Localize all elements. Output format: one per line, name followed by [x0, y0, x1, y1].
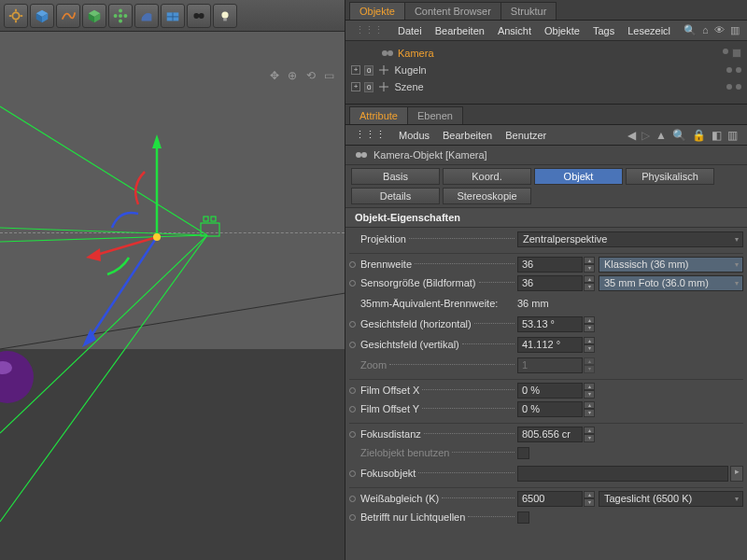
eye-icon[interactable]: 👁 — [714, 24, 725, 36]
fokusobjekt-input[interactable] — [517, 466, 728, 482]
spinner[interactable]: ▴▾ — [584, 257, 595, 273]
tool-spline[interactable] — [56, 4, 80, 28]
tool-light[interactable] — [213, 4, 237, 28]
spinner[interactable]: ▴▾ — [584, 401, 595, 417]
null-icon — [377, 82, 390, 91]
offset-x-input[interactable]: 0 % — [517, 383, 583, 399]
lichtquellen-checkbox[interactable] — [517, 511, 529, 524]
tool-cube[interactable] — [30, 4, 54, 28]
menu-ansicht[interactable]: Ansicht — [498, 25, 531, 36]
row-fov-h: Gesichtsfeld (horizontal) 53.13 ° ▴▾ — [349, 315, 743, 333]
tag-icon[interactable] — [732, 49, 741, 58]
tool-gear[interactable] — [4, 4, 28, 28]
search-icon[interactable]: 🔍 — [684, 24, 697, 36]
svg-rect-32 — [204, 217, 208, 221]
tree-item-kugeln[interactable]: + 0 Kugeln — [351, 62, 741, 78]
tab-content-browser[interactable]: Content Browser — [404, 2, 501, 20]
row-brennweite: Brennweite 36 ▴▾ Klassisch (36 mm)▾ — [349, 253, 743, 272]
tab-struktur[interactable]: Struktur — [500, 2, 557, 20]
fokus-input[interactable]: 805.656 cr — [517, 427, 583, 442]
svg-point-21 — [221, 11, 228, 18]
spinner[interactable]: ▴▾ — [584, 383, 595, 399]
menu-tags[interactable]: Tags — [593, 25, 614, 36]
brennweite-input[interactable]: 36 — [517, 257, 583, 273]
nav-back-icon[interactable]: ◀ — [627, 129, 636, 142]
tab-ebenen[interactable]: Ebenen — [407, 106, 463, 124]
spinner[interactable]: ▴▾ — [584, 427, 595, 442]
tree-item-kamera[interactable]: Kamera — [351, 45, 741, 62]
weiss-input[interactable]: 6500 — [517, 491, 583, 507]
svg-line-26 — [0, 228, 207, 235]
row-zoom: Zoom 1 ▴▾ — [349, 356, 743, 374]
viewport-gizmos — [0, 32, 345, 560]
tool-deformer[interactable] — [134, 4, 159, 28]
tab-attribute[interactable]: Attribute — [349, 106, 408, 124]
tree-item-szene[interactable]: + 0 Szene — [351, 78, 741, 95]
sensor-input[interactable]: 36 — [517, 275, 583, 291]
menu-lesezeichen[interactable]: Lesezeicl — [627, 25, 670, 36]
sensor-dropdown[interactable]: 35 mm Foto (36.0 mm)▾ — [599, 275, 743, 291]
menu-modus[interactable]: Modus — [399, 130, 430, 141]
lock-icon[interactable]: 🔒 — [692, 129, 706, 142]
object-tree[interactable]: Kamera + 0 Kugeln + 0 Szene — [345, 41, 747, 105]
menu-objekte[interactable]: Objekte — [544, 25, 580, 36]
svg-point-42 — [388, 50, 393, 56]
viewport[interactable]: ✥ ⊕ ⟲ ▭ — [0, 32, 345, 560]
svg-point-15 — [123, 14, 127, 18]
grip-icon[interactable]: ⋮⋮⋮ — [355, 24, 383, 36]
svg-line-28 — [0, 106, 207, 235]
zielobjekt-checkbox[interactable] — [517, 447, 529, 459]
tool-camera[interactable] — [187, 4, 211, 28]
offset-y-input[interactable]: 0 % — [517, 401, 583, 417]
ptab-physikalisch[interactable]: Physikalisch — [626, 168, 714, 185]
search-icon[interactable]: 🔍 — [672, 129, 686, 142]
tool-generator[interactable] — [108, 4, 133, 28]
svg-point-40 — [153, 233, 161, 241]
ptab-koord[interactable]: Koord. — [443, 168, 531, 185]
nav-fwd-icon[interactable]: ▷ — [641, 129, 650, 142]
picker-icon[interactable]: ▸ — [730, 466, 743, 482]
weiss-dropdown[interactable]: Tageslicht (6500 K)▾ — [599, 491, 743, 507]
svg-point-12 — [119, 8, 122, 12]
spinner[interactable]: ▴▾ — [584, 337, 595, 353]
camera-icon — [381, 49, 394, 58]
row-fokusobjekt: Fokusobjekt ▸ — [349, 464, 743, 483]
menu-bearbeiten2[interactable]: Bearbeiten — [443, 130, 492, 141]
spinner[interactable]: ▴▾ — [584, 491, 595, 507]
svg-point-48 — [361, 152, 367, 158]
ptab-details[interactable]: Details — [351, 188, 440, 204]
tool-cube-green[interactable] — [82, 4, 106, 28]
ptab-objekt[interactable]: Objekt — [534, 168, 623, 185]
expand-icon[interactable]: + — [351, 65, 360, 75]
brennweite-dropdown[interactable]: Klassisch (36 mm)▾ — [599, 257, 743, 273]
ptab-basis[interactable]: Basis — [351, 168, 440, 185]
grip-icon[interactable]: ⋮⋮⋮ — [355, 129, 386, 141]
spinner[interactable]: ▴▾ — [584, 275, 595, 291]
home-icon[interactable]: ⌂ — [702, 24, 709, 36]
tab-objekte[interactable]: Objekte — [349, 2, 405, 20]
menu-bearbeiten[interactable]: Bearbeiten — [435, 25, 485, 36]
row-lichtquellen: Betrifft nur Lichtquellen — [349, 508, 743, 526]
menu-datei[interactable]: Datei — [398, 25, 422, 36]
new-icon[interactable]: ◧ — [712, 129, 722, 142]
svg-line-29 — [0, 235, 207, 433]
attribute-tabs: Attribute Ebenen — [345, 105, 747, 125]
svg-point-14 — [114, 14, 118, 18]
svg-line-23 — [0, 293, 345, 349]
tool-floor[interactable] — [161, 4, 185, 28]
row-fov-v: Gesichtsfeld (vertikal) 41.112 ° ▴▾ — [349, 335, 743, 354]
menu-extra-icon[interactable]: ▥ — [727, 129, 738, 142]
spinner[interactable]: ▴▾ — [584, 316, 595, 332]
projektion-dropdown[interactable]: Zentralperspektive▾ — [517, 231, 743, 247]
svg-point-13 — [119, 19, 122, 22]
fov-v-input[interactable]: 41.112 ° — [517, 337, 583, 353]
row-zielobjekt: Zielobjekt benutzen — [349, 443, 743, 462]
section-title: Objekt-Eigenschaften — [345, 208, 747, 228]
menu-extra-icon[interactable]: ▥ — [730, 24, 740, 36]
row-35mm-equiv: 35mm-Äquivalent-Brennweite: 36 mm — [349, 294, 743, 313]
menu-benutzer[interactable]: Benutzer — [505, 130, 546, 141]
ptab-stereoskopie[interactable]: Stereoskopie — [443, 188, 531, 204]
nav-up-icon[interactable]: ▲ — [655, 129, 667, 142]
fov-h-input[interactable]: 53.13 ° — [517, 316, 583, 332]
expand-icon[interactable]: + — [351, 82, 360, 91]
